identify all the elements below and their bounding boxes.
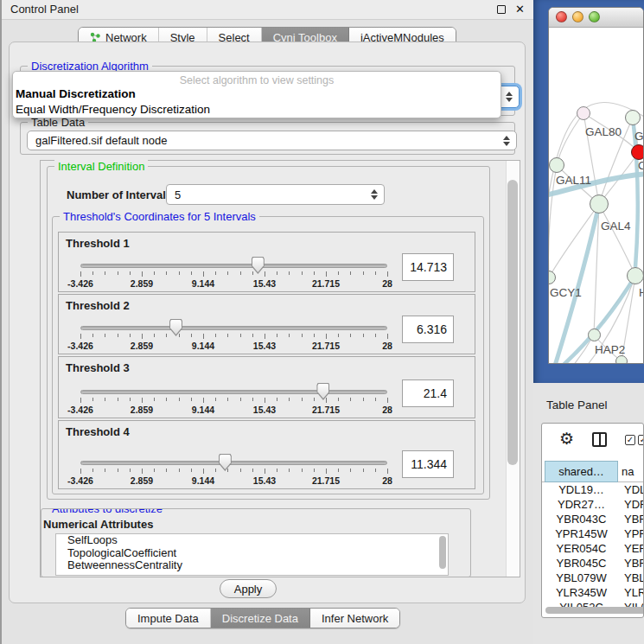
tick-mark (363, 334, 364, 337)
network-node[interactable] (588, 328, 601, 341)
tick-mark (118, 469, 118, 472)
vertical-scrollbar[interactable] (506, 161, 520, 577)
tick-mark (277, 398, 277, 401)
network-window-titlebar (549, 8, 643, 28)
table-row[interactable]: YER054CYER0 (542, 542, 643, 557)
tick-mark (375, 271, 376, 275)
network-node-label: H (639, 286, 644, 299)
tick-mark (326, 469, 327, 474)
tick-mark (252, 469, 253, 472)
network-node[interactable] (615, 355, 628, 364)
scale-tick-label: 28 (382, 405, 392, 415)
network-node[interactable] (625, 110, 641, 125)
threshold-value-field[interactable]: 11.344 (402, 450, 454, 478)
threshold-value-field[interactable]: 21.4 (402, 379, 454, 407)
table-data-combo-value: galFiltered.sif default node (35, 134, 167, 147)
tab-infer-network[interactable]: Infer Network (310, 609, 399, 628)
tab-impute-data[interactable]: Impute Data (126, 609, 211, 628)
apply-button[interactable]: Apply (220, 579, 277, 598)
attribute-list-item[interactable]: SelfLoops (56, 534, 448, 547)
tick-mark (105, 334, 105, 337)
tick-mark (130, 469, 131, 472)
bottom-tab-bar: Impute DataDiscretize DataInfer Network (125, 608, 400, 628)
attribute-list-item[interactable]: TopologicalCoefficient (56, 547, 448, 560)
algorithm-option[interactable]: Manual Discretization (16, 87, 136, 100)
checkbox-icon[interactable]: ✓ (625, 435, 635, 445)
close-traffic-light-icon[interactable] (556, 11, 567, 22)
cell-shared-name: YBR043C (545, 513, 618, 526)
column-header-name[interactable]: na (622, 461, 634, 482)
tab-label: Infer Network (322, 612, 388, 625)
scale-tick-label: 21.715 (312, 278, 340, 289)
number-of-intervals-spinner[interactable]: 5 (166, 184, 385, 205)
tick-mark (142, 398, 143, 403)
tick-mark (277, 469, 277, 472)
threshold-slider-track[interactable] (80, 461, 387, 465)
gear-icon[interactable]: ⚙ (559, 429, 574, 449)
tick-mark (314, 334, 315, 337)
tick-mark (240, 469, 241, 472)
network-node[interactable] (549, 157, 564, 173)
threshold-slider-thumb[interactable] (219, 454, 232, 471)
tick-mark (289, 334, 290, 337)
attributes-group-title: Attributes to discretize (48, 508, 166, 515)
cell-name: YBR0 (624, 557, 643, 570)
table-row[interactable]: YBR045CYBR0 (542, 557, 643, 571)
network-node[interactable] (577, 106, 590, 120)
threshold-slider-track[interactable] (80, 390, 387, 394)
threshold-slider-track[interactable] (80, 264, 387, 268)
threshold-slider-thumb[interactable] (169, 319, 182, 336)
table-row[interactable]: YPR145WYPR1 (542, 527, 643, 542)
algorithm-option[interactable]: Equal Width/Frequency Discretization (16, 103, 210, 116)
tick-mark (363, 271, 364, 275)
threshold-value-field[interactable]: 6.316 (402, 316, 454, 343)
table-row[interactable]: YBL079WYBL0 (542, 571, 643, 586)
minimize-traffic-light-icon[interactable] (572, 11, 583, 22)
threshold-slider-thumb[interactable] (316, 383, 329, 400)
threshold-slider-thumb[interactable] (252, 257, 265, 274)
table-data-combo[interactable]: galFiltered.sif default node (27, 131, 517, 150)
horizontal-scrollbar-thumb[interactable] (545, 607, 644, 614)
table-row[interactable]: YLR345WYLR3 (542, 586, 643, 601)
network-node[interactable] (631, 144, 644, 160)
threshold-value-field[interactable]: 14.713 (402, 253, 454, 281)
vertical-scrollbar-thumb[interactable] (507, 180, 518, 465)
tick-mark (118, 271, 118, 275)
tab-discretize-data[interactable]: Discretize Data (211, 609, 310, 628)
tick-mark (265, 271, 265, 277)
tick-mark (314, 469, 315, 472)
network-node[interactable] (627, 267, 644, 284)
scale-tick-label: 15.43 (253, 475, 276, 486)
network-canvas[interactable]: GAL80GCGAL11GAL4GCY1HHAP2 (549, 28, 644, 364)
combo-stepper-icon (506, 92, 513, 102)
network-node[interactable] (590, 194, 609, 214)
split-columns-icon[interactable] (592, 432, 607, 447)
threshold-slider-track[interactable] (80, 326, 387, 330)
network-node-label: GAL11 (556, 174, 591, 187)
zoom-traffic-light-icon[interactable] (589, 11, 600, 22)
table-row[interactable]: YBR043CYBR0 (542, 513, 643, 527)
scale-tick-label: 2.859 (131, 341, 153, 351)
table-panel-title: Table Panel (546, 399, 608, 411)
tick-mark (227, 469, 228, 472)
table-panel-region: Table Panel ⚙ ✓ ✓ shared… na YDL19…YDL1Y… (533, 383, 644, 644)
column-header-shared-name[interactable]: shared… (545, 461, 618, 482)
combo-stepper-icon (503, 136, 510, 146)
thumb-face (252, 258, 264, 272)
tick-mark (179, 398, 180, 401)
checkbox-icon[interactable]: ✓ (638, 435, 644, 445)
table-row[interactable]: YDL19…YDL1 (542, 483, 643, 498)
numerical-attributes-list[interactable]: SelfLoopsTopologicalCoefficientBetweenne… (55, 533, 449, 576)
tick-mark (375, 398, 376, 401)
cell-name: YLR3 (624, 586, 643, 599)
tick-mark (105, 469, 105, 472)
tick-mark (338, 271, 339, 275)
table-row[interactable]: YDR27…YDR2 (542, 498, 643, 513)
scale-tick-label: 28 (382, 341, 392, 351)
tick-mark (105, 271, 105, 275)
tick-mark (363, 469, 364, 472)
attribute-list-item[interactable]: BetweennessCentrality (56, 559, 448, 572)
float-window-icon[interactable] (497, 5, 506, 14)
list-scrollbar-thumb[interactable] (439, 536, 446, 569)
close-icon[interactable]: ✕ (515, 3, 525, 16)
